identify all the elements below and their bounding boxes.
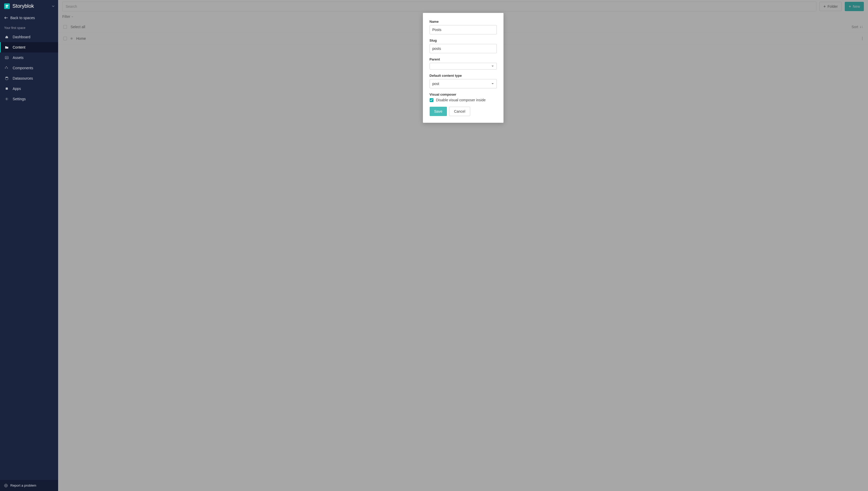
svg-point-7 <box>5 485 7 486</box>
caret-down-icon <box>491 83 494 85</box>
report-problem-link[interactable]: Report a problem <box>0 480 58 491</box>
visual-label: Visual composer <box>429 92 497 96</box>
sidebar-item-label: Apps <box>13 87 21 91</box>
cubes-icon <box>5 66 9 70</box>
svg-rect-0 <box>6 5 8 6</box>
footer-label: Report a problem <box>10 484 36 487</box>
content-type-label: Default content type <box>429 74 497 78</box>
sidebar-item-components[interactable]: Components <box>0 63 58 73</box>
sidebar-item-settings[interactable]: Settings <box>0 94 58 104</box>
home-icon <box>5 35 9 39</box>
new-folder-modal: Name Slug Parent Default content type <box>423 13 504 123</box>
visual-checkbox-label: Disable visual composer inside <box>436 98 486 102</box>
sidebar-item-label: Components <box>13 66 33 70</box>
sidebar-item-label: Content <box>13 45 25 49</box>
back-to-spaces-link[interactable]: Back to spaces <box>0 12 58 24</box>
lifebuoy-icon <box>4 484 8 487</box>
space-name-label: Your first space <box>0 24 58 32</box>
modal-actions: Save Cancel <box>429 107 497 116</box>
sidebar-item-datasources[interactable]: Datasources <box>0 73 58 84</box>
gear-icon <box>5 97 9 101</box>
parent-select[interactable] <box>429 63 497 69</box>
save-button[interactable]: Save <box>429 107 447 116</box>
image-icon <box>5 56 9 59</box>
sidebar-nav: Dashboard Content Assets Components Data… <box>0 32 58 480</box>
sidebar-item-content[interactable]: Content <box>0 42 58 53</box>
svg-point-3 <box>6 57 6 58</box>
sidebar: Storyblok Back to spaces Your first spac… <box>0 0 58 491</box>
svg-rect-1 <box>6 6 8 7</box>
sidebar-item-assets[interactable]: Assets <box>0 53 58 63</box>
back-label: Back to spaces <box>10 16 35 20</box>
brand-logo-icon <box>4 3 10 9</box>
name-label: Name <box>429 20 497 24</box>
arrow-left-icon <box>4 17 8 19</box>
caret-down-icon <box>491 65 494 67</box>
field-visual-composer: Visual composer Disable visual composer … <box>429 92 497 102</box>
field-content-type: Default content type post <box>429 74 497 88</box>
parent-label: Parent <box>429 57 497 61</box>
svg-point-4 <box>5 77 8 78</box>
folder-icon <box>5 46 9 49</box>
sidebar-item-apps[interactable]: Apps <box>0 84 58 94</box>
svg-point-5 <box>6 98 7 99</box>
sidebar-item-label: Settings <box>13 97 26 101</box>
slug-input[interactable] <box>429 44 497 53</box>
brand[interactable]: Storyblok <box>0 0 58 12</box>
sidebar-item-label: Datasources <box>13 76 33 80</box>
modal-overlay[interactable]: Name Slug Parent Default content type <box>58 0 868 491</box>
name-input[interactable] <box>429 25 497 34</box>
field-slug: Slug <box>429 38 497 53</box>
sidebar-item-dashboard[interactable]: Dashboard <box>0 32 58 42</box>
slug-label: Slug <box>429 38 497 42</box>
cancel-button[interactable]: Cancel <box>449 107 470 116</box>
content-type-value: post <box>432 82 439 86</box>
chevron-down-icon[interactable] <box>52 5 55 7</box>
field-parent: Parent <box>429 57 497 69</box>
content-type-select[interactable]: post <box>429 79 497 88</box>
database-icon <box>5 77 9 80</box>
visual-checkbox[interactable] <box>429 98 433 102</box>
sidebar-item-label: Dashboard <box>13 35 30 39</box>
puzzle-icon <box>5 87 9 90</box>
svg-point-6 <box>4 484 7 487</box>
field-name: Name <box>429 20 497 34</box>
main-content: Folder New Filter Select all Sort Home <box>58 0 868 491</box>
sidebar-item-label: Assets <box>13 56 24 60</box>
brand-name: Storyblok <box>12 3 34 9</box>
check-icon <box>430 99 433 101</box>
